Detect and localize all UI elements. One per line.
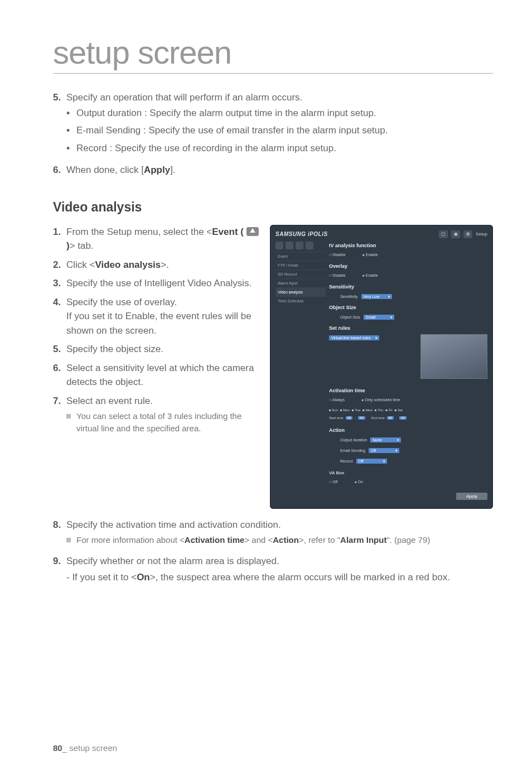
radio-always[interactable]: Always — [329, 398, 345, 402]
step-subtext: - If you set it to <On>, the suspect are… — [66, 570, 493, 585]
label-sensitivity: Sensitivity — [340, 295, 358, 299]
step-text: Specify the activation time and activati… — [66, 519, 281, 530]
dropdown-object-size[interactable]: Small — [364, 315, 394, 320]
va-step-7: 7. Select an event rule. You can select … — [53, 394, 259, 435]
step-text: Select a sensitivity level at which the … — [66, 361, 259, 389]
step-number: 1. — [53, 225, 66, 253]
radio-overlay-enable[interactable]: Enable — [362, 273, 378, 277]
sidebar-item-event[interactable]: Event — [275, 252, 326, 261]
brand-logo: SAMSUNG iPOLiS — [275, 231, 328, 237]
step-number: 7. — [53, 394, 66, 435]
section-sensitivity: Sensitivity — [329, 284, 487, 290]
sidebar-item-sd-record[interactable]: SD Record — [275, 269, 326, 278]
full-width-steps: 8. Specify the activation time and activ… — [53, 518, 493, 585]
day-mon[interactable]: Mon — [340, 408, 350, 412]
end-min[interactable]: 00 — [399, 416, 407, 420]
va-step-5: 5. Specify the object size. — [53, 342, 259, 357]
radio-va-on[interactable]: On — [354, 480, 363, 484]
dropdown-sensitivity[interactable]: Very Low — [361, 294, 392, 299]
step-text: Click <Video analysis>. — [66, 258, 259, 272]
section-activation-time: Activation time — [329, 388, 487, 393]
apply-button[interactable]: Apply — [456, 493, 487, 500]
step-text: When done, click [Apply]. — [66, 163, 493, 177]
step-number: 9. — [53, 554, 66, 585]
va-step-6: 6. Select a sensitivity level at which t… — [53, 361, 259, 389]
step-number: 5. — [53, 90, 66, 158]
side-tab-icon[interactable] — [286, 242, 293, 249]
step-number: 4. — [53, 295, 66, 338]
va-step-3: 3. Specify the use of Intelligent Video … — [53, 276, 259, 291]
side-tab-icon[interactable] — [296, 242, 303, 249]
step-text: Specify whether or not the alarm area is… — [66, 556, 279, 566]
day-sun[interactable]: Sun — [329, 408, 338, 412]
bullet-email-sending: E-mail Sending : Specify the use of emai… — [66, 123, 493, 138]
page-number: 80 — [53, 743, 62, 753]
camera-icon[interactable]: ◉ — [451, 230, 460, 238]
intro-steps: 5. Specify an operation that will perfor… — [53, 90, 493, 177]
step-text: Specify the object size. — [66, 342, 259, 357]
title-rule — [53, 73, 493, 74]
sidebar-item-ftp-email[interactable]: FTP / Email — [275, 261, 326, 269]
step-text: Select an event rule. — [66, 396, 153, 406]
step-note: For more information about <Activation t… — [66, 534, 493, 546]
step-text: Specify an operation that will perform i… — [66, 92, 302, 103]
day-tue[interactable]: Tue — [352, 408, 360, 412]
radio-iv-disable[interactable]: Disable — [329, 253, 346, 257]
va-box-label: VA Box — [329, 470, 487, 475]
monitor-icon[interactable]: ▢ — [439, 230, 448, 238]
start-min[interactable]: 00 — [358, 416, 365, 420]
end-hour[interactable]: 00 — [387, 416, 394, 420]
section-overlay: Overlay — [329, 263, 487, 269]
step-number: 3. — [53, 276, 66, 291]
step-6: 6. When done, click [Apply]. — [53, 163, 493, 177]
dropdown-email-sending[interactable]: Off — [369, 448, 399, 453]
event-tab-icon — [246, 227, 259, 236]
sidebar-item-alarm-input[interactable]: Alarm input — [275, 278, 326, 287]
label-object-size: Object Size — [340, 315, 360, 319]
day-thu[interactable]: Thu — [375, 408, 384, 412]
va-step-2: 2. Click <Video analysis>. — [53, 258, 259, 272]
bullet-output-duration: Output duration : Specify the alarm outp… — [66, 106, 493, 121]
dropdown-record[interactable]: Off — [356, 459, 387, 464]
bullet-record: Record : Specify the use of recording in… — [66, 141, 493, 156]
sidebar: Event FTP / Email SD Record Alarm input … — [275, 242, 326, 500]
radio-iv-enable[interactable]: Enable — [362, 253, 378, 257]
step-number: 6. — [53, 163, 66, 177]
radio-va-off[interactable]: Off — [329, 480, 337, 484]
step-note: You can select a total of 3 rules includ… — [66, 410, 259, 435]
label-email-sending: Email Sending — [340, 449, 365, 453]
label-output-duration: Output duration — [340, 438, 367, 442]
step-text: From the Setup menu, select the <Event (… — [66, 225, 259, 253]
sidebar-item-video-analysis[interactable]: Video analysis — [275, 287, 326, 296]
sidebar-item-time-schedule[interactable]: Time Schedule — [275, 296, 326, 305]
side-tab-icon[interactable] — [275, 242, 283, 249]
top-icon-row: ▢ ◉ ✿ Setup — [439, 230, 487, 238]
step-number: 8. — [53, 518, 66, 546]
day-fri[interactable]: Fri — [385, 408, 392, 412]
dropdown-rule-type[interactable]: Virtual line based rules — [329, 335, 379, 340]
section-action: Action — [329, 427, 487, 433]
label-end-time: End time — [371, 416, 385, 420]
start-hour[interactable]: 00 — [346, 416, 353, 420]
day-wed[interactable]: Wed — [362, 408, 373, 412]
section-iv-function: IV analysis function — [329, 243, 487, 248]
section-object-size: Object Size — [329, 305, 487, 310]
side-tab-icon[interactable] — [306, 242, 313, 249]
settings-icon[interactable]: ✿ — [463, 230, 472, 238]
va-step-9: 9. Specify whether or not the alarm area… — [53, 554, 493, 585]
dropdown-output-duration[interactable]: None — [370, 437, 401, 442]
day-checkbox-row: Sun Mon Tue Wed Thu Fri Sat — [329, 408, 487, 412]
step-5: 5. Specify an operation that will perfor… — [53, 90, 493, 158]
step-number: 6. — [53, 361, 66, 389]
day-sat[interactable]: Sat — [395, 408, 403, 412]
step-text: Specify the use of Intelligent Video Ana… — [66, 276, 259, 291]
radio-overlay-disable[interactable]: Disable — [329, 273, 346, 277]
step-text: Specify the use of overlay.If you set it… — [66, 295, 259, 338]
step-number: 5. — [53, 342, 66, 357]
top-label: Setup — [476, 232, 487, 237]
radio-scheduled[interactable]: Only scheduled time — [361, 398, 400, 402]
label-start-time: Start time — [329, 416, 344, 420]
page-title: setup screen — [53, 33, 493, 71]
section-set-rules: Set rules — [329, 325, 487, 331]
step-number: 2. — [53, 258, 66, 272]
